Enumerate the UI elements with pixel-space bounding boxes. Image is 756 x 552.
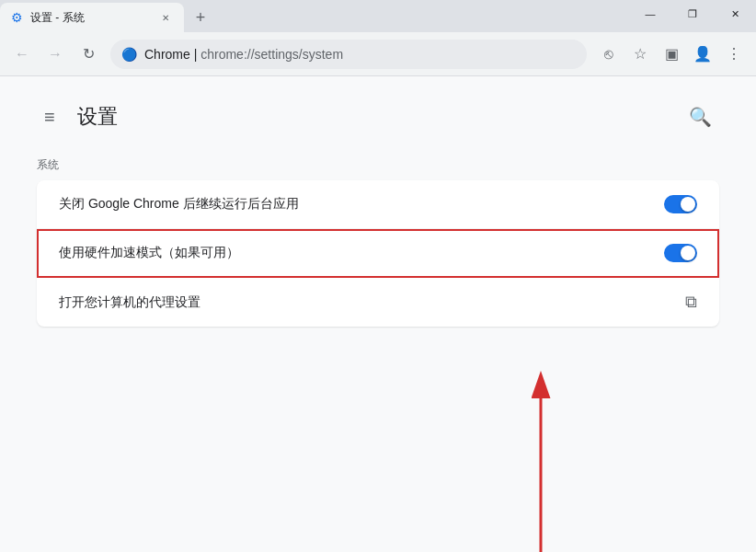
forward-button[interactable]: →: [40, 40, 70, 69]
back-button[interactable]: ←: [7, 40, 37, 69]
restore-button[interactable]: ❐: [671, 0, 714, 28]
background-apps-toggle-container: [664, 195, 697, 213]
tab-settings-icon: ⚙: [11, 10, 23, 25]
refresh-button[interactable]: ↻: [74, 40, 103, 69]
url-path: chrome://settings/system: [200, 47, 343, 62]
toggle-thumb: [681, 197, 695, 212]
close-button[interactable]: ✕: [714, 0, 756, 28]
minimize-button[interactable]: —: [629, 0, 671, 28]
browser-body: ≡ 设置 🔍 系统 关闭 Google Chrome 后继续运行后台应用: [0, 76, 756, 552]
tab-search-button[interactable]: ▣: [657, 40, 686, 69]
toolbar-right: ⎋ ☆ ▣ 👤 ⋮: [594, 40, 749, 69]
page-header: ≡ 设置 🔍: [37, 91, 719, 150]
proxy-settings-label: 打开您计算机的代理设置: [59, 294, 685, 311]
external-link-icon: ⧉: [685, 293, 697, 312]
tab-close-button[interactable]: ✕: [158, 10, 173, 25]
proxy-settings-action: ⧉: [685, 293, 697, 312]
background-apps-toggle[interactable]: [664, 195, 697, 213]
address-bar: ← → ↻ 🔵 Chrome | chrome://settings/syste…: [0, 32, 756, 76]
tab-bar: ⚙ 设置 - 系统 ✕ +: [0, 0, 213, 32]
window-controls: — ❐ ✕: [629, 0, 756, 28]
settings-card: 关闭 Google Chrome 后继续运行后台应用 使用硬件加速模式（如果可用…: [37, 180, 719, 327]
url-bar[interactable]: 🔵 Chrome | chrome://settings/system: [110, 40, 587, 69]
bookmark-button[interactable]: ☆: [625, 40, 655, 69]
tab-title: 设置 - 系统: [30, 10, 151, 26]
proxy-settings-row[interactable]: 打开您计算机的代理设置 ⧉: [37, 278, 719, 327]
sidebar-menu-icon[interactable]: ≡: [37, 99, 63, 135]
page-title: 设置: [77, 103, 118, 131]
url-text: Chrome | chrome://settings/system: [144, 47, 576, 62]
section-title: 系统: [37, 150, 719, 177]
active-tab[interactable]: ⚙ 设置 - 系统 ✕: [0, 3, 184, 32]
url-favicon: 🔵: [121, 47, 137, 62]
hardware-acceleration-toggle-container: [664, 244, 697, 262]
share-button[interactable]: ⎋: [594, 40, 624, 69]
settings-main: ≡ 设置 🔍 系统 关闭 Google Chrome 后继续运行后台应用: [0, 76, 756, 552]
url-brand: Chrome: [144, 47, 190, 62]
search-icon[interactable]: 🔍: [682, 98, 719, 135]
background-apps-row[interactable]: 关闭 Google Chrome 后继续运行后台应用: [37, 180, 719, 229]
hardware-acceleration-toggle[interactable]: [664, 244, 697, 262]
new-tab-button[interactable]: +: [188, 5, 213, 30]
settings-page: ≡ 设置 🔍 系统 关闭 Google Chrome 后继续运行后台应用: [0, 76, 756, 552]
background-apps-label: 关闭 Google Chrome 后继续运行后台应用: [59, 196, 664, 213]
browser-window: ⚙ 设置 - 系统 ✕ + — ❐ ✕ ← → ↻ 🔵 Chrome | chr…: [0, 0, 756, 552]
hardware-acceleration-row[interactable]: 使用硬件加速模式（如果可用）: [37, 229, 719, 278]
profile-button[interactable]: 👤: [688, 40, 717, 69]
hardware-acceleration-label: 使用硬件加速模式（如果可用）: [59, 245, 664, 261]
menu-button[interactable]: ⋮: [719, 40, 749, 69]
toggle-thumb-2: [681, 246, 695, 260]
title-bar: ⚙ 设置 - 系统 ✕ + — ❐ ✕: [0, 0, 756, 32]
